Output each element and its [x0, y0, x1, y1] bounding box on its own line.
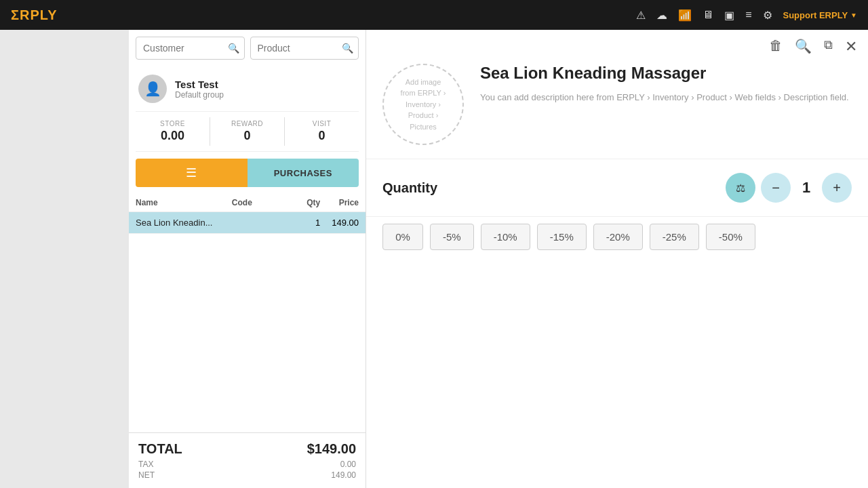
- product-header-icons: 🗑 🔍 ⧉ ✕: [366, 30, 868, 64]
- reward-label: REWARD: [210, 120, 284, 127]
- col-header-code: Code: [232, 198, 290, 207]
- items-table: Name Code Qty Price Sea Lion Kneadin... …: [129, 194, 366, 432]
- product-name: Sea Lion Kneading Massager: [480, 64, 852, 83]
- quantity-controls: ⚖ − 1 +: [726, 173, 852, 203]
- discount-50-button[interactable]: -50%: [706, 224, 755, 250]
- logo-sigma: Σ: [11, 7, 20, 22]
- support-chevron: ▼: [850, 12, 857, 19]
- product-info: Sea Lion Kneading Massager You can add d…: [480, 64, 852, 145]
- total-amount: $149.00: [307, 441, 356, 457]
- row-qty: 1: [290, 218, 320, 228]
- discount-25-button[interactable]: -25%: [650, 224, 699, 250]
- nav-icons: ⚠ ☁ 📶 🖥 ▣ ≡ ⚙ Support ERPLY ▼: [636, 9, 857, 22]
- discount-20-button[interactable]: -20%: [593, 224, 643, 250]
- action-buttons: ☰ PURCHASES: [129, 152, 366, 194]
- customer-search-icon[interactable]: 🔍: [228, 43, 239, 54]
- pos-panel: 🔍 🔍 👤 Test Test Default group STORE 0.00…: [129, 30, 366, 488]
- support-label: Support ERPLY: [783, 10, 848, 20]
- logo-text: RPLY: [20, 7, 58, 22]
- col-header-price: Price: [320, 198, 359, 207]
- total-row: TOTAL $149.00: [138, 441, 356, 457]
- stat-visit: VISIT 0: [285, 117, 359, 146]
- main-layout: 🔍 🔍 👤 Test Test Default group STORE 0.00…: [0, 30, 868, 488]
- scale-button[interactable]: ⚖: [726, 173, 755, 203]
- settings-icon[interactable]: ⚙: [763, 9, 772, 22]
- total-label: TOTAL: [138, 441, 182, 457]
- total-section: TOTAL $149.00 TAX 0.00 NET 149.00: [129, 432, 366, 488]
- reward-value: 0: [210, 129, 284, 143]
- customer-group: Default group: [175, 90, 224, 100]
- table-row[interactable]: Sea Lion Kneadin... 1 149.00: [129, 212, 366, 234]
- receipt-nav-icon[interactable]: ▣: [724, 9, 734, 22]
- alert-icon[interactable]: ⚠: [636, 9, 646, 22]
- cloud-icon[interactable]: ☁: [656, 9, 667, 22]
- quantity-section: Quantity ⚖ − 1 +: [366, 159, 868, 216]
- receipt-button[interactable]: ☰: [136, 159, 248, 187]
- tax-label: TAX: [138, 460, 153, 469]
- swap-icon[interactable]: ⧉: [824, 38, 833, 56]
- stat-store: STORE 0.00: [136, 117, 210, 146]
- quantity-label: Quantity: [382, 180, 437, 196]
- receipt-icon: ☰: [186, 165, 197, 180]
- customer-info: 👤 Test Test Default group: [129, 66, 366, 111]
- menu-icon[interactable]: ≡: [745, 9, 751, 21]
- quantity-value: 1: [796, 179, 816, 197]
- product-content: Add imagefrom ERPLY ›Inventory ›Product …: [366, 64, 868, 159]
- net-row: NET 149.00: [138, 470, 356, 480]
- product-search-wrap: 🔍: [250, 37, 359, 60]
- product-panel: 🗑 🔍 ⧉ ✕ Add imagefrom ERPLY ›Inventory ›…: [366, 30, 868, 488]
- net-value: 149.00: [331, 470, 356, 480]
- customer-avatar: 👤: [138, 75, 167, 103]
- product-description: You can add description here from ERPLY …: [480, 91, 852, 104]
- quantity-decrease-button[interactable]: −: [761, 173, 791, 203]
- col-header-name: Name: [136, 198, 232, 207]
- delete-icon[interactable]: 🗑: [769, 38, 783, 56]
- close-icon[interactable]: ✕: [845, 38, 857, 56]
- discount-0-button[interactable]: 0%: [382, 224, 423, 250]
- customer-search-wrap: 🔍: [136, 37, 245, 60]
- discount-buttons: 0% -5% -10% -15% -20% -25% -50%: [382, 224, 852, 250]
- purchases-label: PURCHASES: [274, 168, 332, 178]
- top-navigation: ΣRPLY ⚠ ☁ 📶 🖥 ▣ ≡ ⚙ Support ERPLY ▼: [0, 0, 868, 30]
- product-image-placeholder: Add imagefrom ERPLY ›Inventory ›Product …: [382, 64, 464, 145]
- product-search-icon[interactable]: 🔍: [795, 38, 812, 56]
- discount-15-button[interactable]: -15%: [537, 224, 587, 250]
- discount-section: 0% -5% -10% -15% -20% -25% -50%: [366, 216, 868, 264]
- product-image-text: Add imagefrom ERPLY ›Inventory ›Product …: [401, 77, 446, 133]
- discount-10-button[interactable]: -10%: [481, 224, 530, 250]
- store-label: STORE: [136, 120, 210, 127]
- customer-name: Test Test: [175, 79, 224, 90]
- quantity-increase-button[interactable]: +: [822, 173, 852, 203]
- col-header-qty: Qty: [290, 198, 320, 207]
- chart-icon[interactable]: 📶: [678, 9, 692, 22]
- stats-row: STORE 0.00 REWARD 0 VISIT 0: [136, 111, 359, 152]
- discount-5-button[interactable]: -5%: [430, 224, 474, 250]
- table-header: Name Code Qty Price: [129, 194, 366, 212]
- left-sidebar: [0, 30, 129, 488]
- stat-reward: REWARD 0: [210, 117, 285, 146]
- tax-row: TAX 0.00: [138, 460, 356, 469]
- screen-icon[interactable]: 🖥: [703, 9, 713, 21]
- app-logo: ΣRPLY: [11, 7, 58, 23]
- customer-details: Test Test Default group: [175, 79, 224, 100]
- store-value: 0.00: [136, 129, 210, 143]
- net-label: NET: [138, 470, 155, 480]
- visit-label: VISIT: [285, 120, 359, 127]
- row-name: Sea Lion Kneadin...: [136, 218, 232, 228]
- visit-value: 0: [285, 129, 359, 143]
- search-row: 🔍 🔍: [129, 30, 366, 66]
- row-price: 149.00: [320, 218, 359, 228]
- tax-value: 0.00: [340, 460, 356, 469]
- product-search-icon[interactable]: 🔍: [342, 43, 353, 54]
- support-link[interactable]: Support ERPLY ▼: [783, 10, 858, 20]
- purchases-button[interactable]: PURCHASES: [248, 159, 359, 187]
- row-code: [232, 218, 290, 228]
